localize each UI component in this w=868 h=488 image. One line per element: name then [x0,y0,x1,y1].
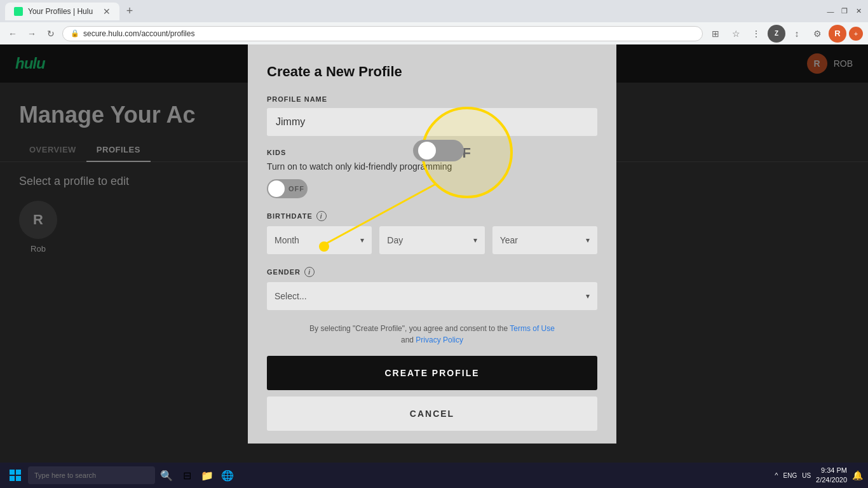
kids-toggle-label: OFF [288,185,304,193]
day-select[interactable]: Day [379,226,484,254]
profile-name-input[interactable] [267,108,597,136]
day-dropdown-wrapper: Day ▾ [379,226,484,254]
taskbar-datetime: 9:34 PM 2/24/2020 [816,466,847,485]
taskbar-file-explorer[interactable]: 📁 [198,466,216,484]
birthdate-info-icon[interactable]: i [316,211,327,221]
start-button[interactable] [5,465,25,485]
gender-group: GENDER i Select... Male Female Non-binar… [267,267,597,310]
window-controls: — ❐ ✕ [826,7,863,16]
taskbar-notification-center[interactable]: 🔔 [852,470,863,480]
tab-title: Your Profiles | Hulu [28,7,98,16]
year-select[interactable]: Year [492,226,597,254]
taskbar-notifications[interactable]: ^ [775,471,778,479]
taskbar-right: ^ ENG US 9:34 PM 2/24/2020 🔔 [775,466,863,485]
browser-profile-icon[interactable]: R [829,25,846,43]
taskbar-search-icon[interactable]: 🔍 [158,466,175,484]
extra-icon[interactable]: + [849,27,863,41]
gender-label: GENDER i [267,267,597,277]
browser-toolbar: ← → ↻ 🔒 secure.hulu.com/account/profiles… [0,22,868,44]
taskbar-task-view[interactable]: ⊟ [178,466,196,484]
chrome-settings-icon[interactable]: ⚙ [808,25,826,43]
new-tab-button[interactable]: + [122,4,137,19]
address-bar[interactable]: 🔒 secure.hulu.com/account/profiles [62,26,703,41]
gender-info-icon[interactable]: i [304,267,315,277]
profile-name-label: PROFILE NAME [267,95,597,103]
gender-dropdown: Select... Male Female Non-binary Prefer … [267,282,597,310]
taskbar: 🔍 ⊟ 📁 🌐 ^ ENG US 9:34 PM 2/24/2020 🔔 [0,463,868,488]
tab-close-button[interactable]: ✕ [103,6,111,17]
active-tab[interactable]: Your Profiles | Hulu ✕ [5,3,119,20]
cancel-button[interactable]: CANCEL [267,396,597,431]
month-dropdown-wrapper: Month JanuaryFebruaryMarch AprilMayJune … [267,226,372,254]
create-profile-button[interactable]: CREATE PROFILE [267,356,597,390]
tab-favicon [14,7,23,16]
month-select[interactable]: Month JanuaryFebruaryMarch AprilMayJune … [267,226,372,254]
forward-button[interactable]: → [24,26,39,41]
sync-icon[interactable]: ↕ [788,25,806,43]
refresh-button[interactable]: ↻ [43,26,58,41]
browser-titlebar: Your Profiles | Hulu ✕ + — ❐ ✕ [0,0,868,22]
gender-select[interactable]: Select... Male Female Non-binary Prefer … [267,282,597,310]
taskbar-language: ENG [783,472,797,479]
kids-group: KIDS Turn on to watch only kid-friendly … [267,149,597,198]
url-text: secure.hulu.com/account/profiles [83,29,194,38]
kids-toggle[interactable]: OFF [267,179,308,198]
maximize-button[interactable]: ❐ [840,7,849,16]
birthdate-group: BIRTHDATE i Month JanuaryFebruaryMarch A… [267,211,597,254]
taskbar-search-input[interactable] [28,466,155,484]
browser-menu-icon[interactable]: ⋮ [747,25,765,43]
main-area: hulu R ROB Manage Your Ac OVERVIEW PROFI… [0,44,868,488]
kids-description: Turn on to watch only kid-friendly progr… [267,161,597,172]
kids-label: KIDS [267,149,597,156]
taskbar-browser-icon[interactable]: 🌐 [219,466,236,484]
extension-badge[interactable]: Z [768,25,785,43]
consent-text: By selecting "Create Profile", you agree… [267,323,597,346]
lock-icon: 🔒 [71,29,79,37]
birthdate-label: BIRTHDATE i [267,211,597,221]
taskbar-region: US [802,472,811,479]
windows-icon [10,470,21,481]
back-button[interactable]: ← [5,26,20,41]
modal-title: Create a New Profile [267,64,597,80]
extensions-icon[interactable]: ⊞ [707,25,724,43]
minimize-button[interactable]: — [826,7,835,16]
bookmark-icon[interactable]: ☆ [727,25,745,43]
kids-toggle-container: OFF [267,179,597,198]
terms-of-use-link[interactable]: Terms of Use [510,324,555,333]
privacy-policy-link[interactable]: Privacy Policy [416,336,463,344]
birthdate-row: Month JanuaryFebruaryMarch AprilMayJune … [267,226,597,254]
create-profile-modal: Create a New Profile PROFILE NAME KIDS T… [248,44,616,444]
year-dropdown-wrapper: Year ▾ [492,226,597,254]
browser-chrome: Your Profiles | Hulu ✕ + — ❐ ✕ ← → ↻ 🔒 s… [0,0,868,44]
profile-name-group: PROFILE NAME [267,95,597,136]
toggle-knob [268,180,285,197]
close-button[interactable]: ✕ [854,7,863,16]
toolbar-icons: ⊞ ☆ ⋮ Z ↕ ⚙ R + [707,25,863,43]
